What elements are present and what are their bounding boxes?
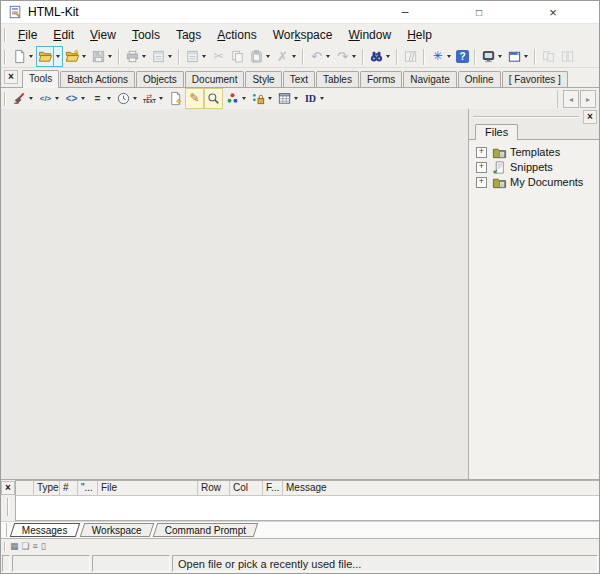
close-files-panel-button[interactable]: × <box>583 110 597 124</box>
grid-tool-dropdown[interactable] <box>292 89 299 108</box>
notes-mini-button[interactable]: ❏ <box>22 542 30 551</box>
save-button[interactable] <box>89 46 115 67</box>
delete-dropdown[interactable] <box>290 47 297 66</box>
protect-tool-button[interactable] <box>249 88 275 109</box>
browser-window-button[interactable] <box>505 46 531 67</box>
tree-item-label[interactable]: My Documents <box>510 176 583 188</box>
print-button[interactable] <box>123 46 149 67</box>
online-tools-button[interactable]: ✳ <box>428 46 454 67</box>
mini-toolbar-grip[interactable] <box>4 542 6 551</box>
column-type[interactable]: Type <box>34 481 60 495</box>
files-panel-grip[interactable] <box>473 116 579 118</box>
tab-forms[interactable]: Forms <box>360 71 402 87</box>
menu-tags[interactable]: Tags <box>168 26 209 44</box>
tile-windows-button[interactable] <box>558 46 577 67</box>
undo-dropdown[interactable] <box>324 47 331 66</box>
new-document-button[interactable] <box>10 46 36 67</box>
print-dropdown[interactable] <box>140 47 147 66</box>
column-message[interactable]: Message <box>283 481 599 495</box>
tab-document[interactable]: Document <box>185 71 245 87</box>
redo-button[interactable]: ↷ <box>333 46 359 67</box>
editor-view-button[interactable] <box>183 46 209 67</box>
menu-actions[interactable]: Actions <box>209 26 264 44</box>
column-file[interactable]: File <box>98 481 198 495</box>
maximize-button[interactable]: □ <box>455 1 503 23</box>
edit-tool-button[interactable]: ✎ <box>185 88 204 109</box>
help-button[interactable]: ? <box>454 46 471 67</box>
save-dropdown[interactable] <box>106 47 113 66</box>
copy-button[interactable] <box>228 46 247 67</box>
find-dropdown[interactable] <box>384 47 391 66</box>
online-tools-dropdown[interactable] <box>445 47 452 66</box>
messages-panel-grip[interactable] <box>7 498 9 516</box>
menu-file[interactable]: File <box>10 26 45 44</box>
tree-item-templates[interactable]: +Templates <box>476 145 599 159</box>
bottom-tabs-grip[interactable] <box>6 523 8 537</box>
panels-mini-button[interactable]: ▦ <box>10 542 19 551</box>
tab-online[interactable]: Online <box>458 71 501 87</box>
html-tidy-dropdown[interactable] <box>27 89 34 108</box>
protect-tool-dropdown[interactable] <box>266 89 273 108</box>
color-picker-dropdown[interactable] <box>240 89 247 108</box>
scroll-right-button[interactable]: ▸ <box>580 90 596 108</box>
open-remote-dropdown[interactable] <box>80 47 87 66</box>
new-document-dropdown[interactable] <box>27 47 34 66</box>
tab-files[interactable]: Files <box>475 124 518 140</box>
tab-batch-actions[interactable]: Batch Actions <box>60 71 135 87</box>
open-remote-button[interactable] <box>63 46 89 67</box>
list-mini-button[interactable]: ≡ <box>33 542 38 551</box>
insert-tag-button[interactable]: <> <box>62 88 88 109</box>
tree-item-my-documents[interactable]: +My Documents <box>476 175 599 189</box>
close-messages-panel-button[interactable]: × <box>1 481 15 495</box>
tab-objects[interactable]: Objects <box>136 71 184 87</box>
cut-button[interactable]: ✂ <box>209 46 228 67</box>
text-tools-dropdown[interactable] <box>157 89 164 108</box>
tab-workspace[interactable]: Workspace <box>79 523 153 537</box>
expand-icon[interactable]: + <box>476 147 487 158</box>
swap-panes-button[interactable] <box>539 46 558 67</box>
print-setup-dropdown[interactable] <box>166 47 173 66</box>
find-button[interactable] <box>367 46 393 67</box>
special-characters-dropdown[interactable] <box>53 89 60 108</box>
insert-tag-dropdown[interactable] <box>79 89 86 108</box>
column-#[interactable]: # <box>60 481 78 495</box>
tab-tables[interactable]: Tables <box>316 71 359 87</box>
id-tool-button[interactable]: ID <box>301 88 327 109</box>
tree-item-label[interactable]: Templates <box>510 146 560 158</box>
tab-messages[interactable]: Messages <box>10 523 80 537</box>
close-button[interactable]: × <box>529 1 577 23</box>
menu-tools[interactable]: Tools <box>124 26 168 44</box>
open-file-dropdown[interactable] <box>53 47 61 66</box>
menu-window[interactable]: Window <box>340 26 399 44</box>
html-tidy-button[interactable] <box>10 88 36 109</box>
redo-dropdown[interactable] <box>350 47 357 66</box>
tab-command-prompt[interactable]: Command Prompt <box>153 523 259 537</box>
text-tools-button[interactable]: ⇄TEXT <box>140 88 166 109</box>
insert-attribute-dropdown[interactable] <box>105 89 112 108</box>
page-mini-button[interactable]: ▯ <box>41 542 46 551</box>
editor-view-dropdown[interactable] <box>200 47 207 66</box>
inspect-tool-button[interactable] <box>204 88 223 109</box>
tree-item-label[interactable]: Snippets <box>510 161 553 173</box>
expand-icon[interactable]: + <box>476 162 487 173</box>
undo-button[interactable]: ↶ <box>307 46 333 67</box>
browser-preview-dropdown[interactable] <box>496 47 503 66</box>
menu-help[interactable]: Help <box>399 26 440 44</box>
split-view-button[interactable] <box>401 46 420 67</box>
tab-tools[interactable]: Tools <box>22 70 59 88</box>
menu-workspace[interactable]: Workspace <box>265 26 341 44</box>
column-f[interactable]: F... <box>263 481 283 495</box>
browser-preview-button[interactable] <box>479 46 505 67</box>
tab-navigate[interactable]: Navigate <box>403 71 456 87</box>
open-file-button[interactable] <box>36 46 63 67</box>
menu-edit[interactable]: Edit <box>45 26 82 44</box>
tab-favorites[interactable]: [ Favorites ] <box>502 71 568 87</box>
id-tool-dropdown[interactable] <box>318 89 325 108</box>
expand-icon[interactable]: + <box>476 177 487 188</box>
column-[interactable]: "... <box>78 481 98 495</box>
minimize-button[interactable]: – <box>381 1 429 23</box>
actions-toolbar-grip[interactable] <box>4 92 6 106</box>
tab-style[interactable]: Style <box>245 71 281 87</box>
special-characters-button[interactable]: </> <box>36 88 62 109</box>
column-col[interactable]: Col <box>230 481 263 495</box>
